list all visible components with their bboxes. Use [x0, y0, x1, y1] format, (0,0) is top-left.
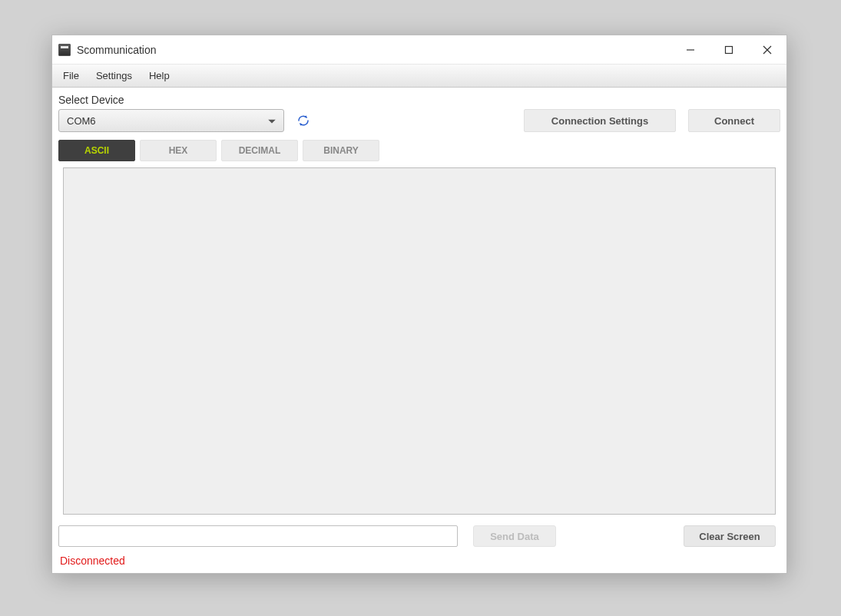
- clear-screen-button[interactable]: Clear Screen: [684, 525, 776, 547]
- status-text: Disconnected: [60, 555, 125, 567]
- titlebar: Scommunication: [52, 35, 786, 65]
- menu-settings[interactable]: Settings: [96, 70, 132, 81]
- tab-label: HEX: [169, 145, 188, 156]
- tab-binary[interactable]: BINARY: [303, 140, 379, 161]
- tab-hex[interactable]: HEX: [140, 140, 217, 161]
- menu-file[interactable]: File: [63, 70, 79, 81]
- send-data-button[interactable]: Send Data: [473, 525, 556, 547]
- menubar: File Settings Help: [52, 65, 786, 88]
- tab-label: ASCII: [84, 145, 109, 156]
- close-button[interactable]: [748, 35, 786, 64]
- refresh-icon: [296, 114, 310, 128]
- svg-rect-1: [726, 46, 733, 53]
- clear-screen-label: Clear Screen: [699, 531, 760, 542]
- format-tabs: ASCII HEX DECIMAL BINARY: [52, 140, 786, 164]
- connect-button[interactable]: Connect: [688, 109, 780, 132]
- send-row: Send Data Clear Screen: [52, 525, 786, 551]
- minimize-icon: [685, 45, 696, 55]
- terminal-output[interactable]: [63, 167, 776, 515]
- app-icon: [58, 44, 71, 56]
- device-select[interactable]: COM6: [58, 109, 284, 132]
- close-icon: [762, 45, 773, 55]
- tab-decimal[interactable]: DECIMAL: [221, 140, 298, 161]
- select-device-label: Select Device: [58, 94, 780, 106]
- toolbar-row: COM6 Connection Settings Connect: [58, 109, 780, 132]
- app-window: Scommunication File Settings Help Select…: [51, 35, 787, 574]
- send-data-label: Send Data: [490, 531, 539, 542]
- chevron-down-icon: [268, 115, 276, 127]
- status-bar: Disconnected: [52, 551, 786, 573]
- device-select-value: COM6: [67, 115, 96, 127]
- window-controls: [671, 35, 786, 64]
- refresh-button[interactable]: [296, 114, 310, 128]
- send-input[interactable]: [58, 525, 458, 547]
- connection-settings-label: Connection Settings: [551, 115, 648, 127]
- maximize-icon: [723, 45, 734, 55]
- device-toolbar: Select Device COM6 Connection Settings: [52, 88, 786, 140]
- tab-label: DECIMAL: [239, 145, 281, 156]
- minimize-button[interactable]: [671, 35, 710, 64]
- connection-settings-button[interactable]: Connection Settings: [524, 109, 676, 132]
- connect-label: Connect: [714, 115, 754, 127]
- menu-help[interactable]: Help: [149, 70, 170, 81]
- window-title: Scommunication: [77, 44, 157, 56]
- tab-ascii[interactable]: ASCII: [58, 140, 135, 161]
- maximize-button[interactable]: [710, 35, 748, 64]
- tab-label: BINARY: [323, 145, 359, 156]
